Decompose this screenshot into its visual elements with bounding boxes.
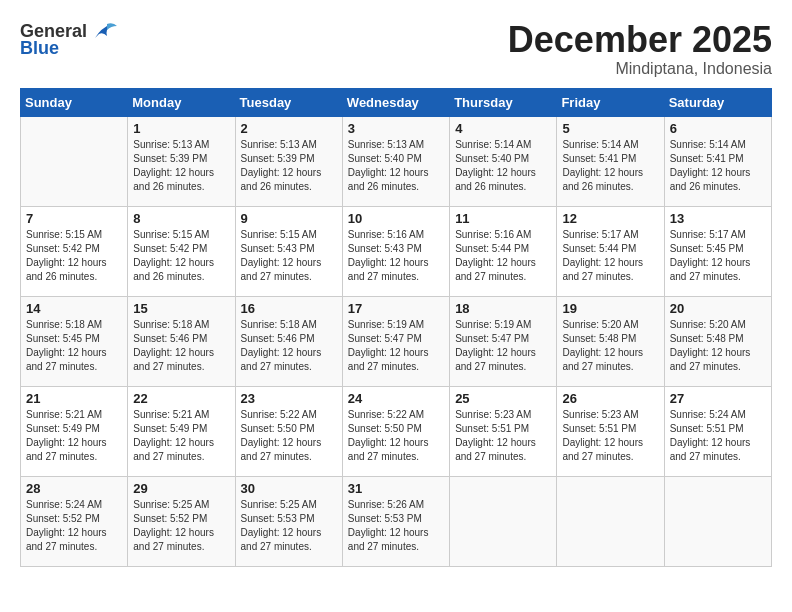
calendar-cell: 23Sunrise: 5:22 AM Sunset: 5:50 PM Dayli…: [235, 386, 342, 476]
day-info: Sunrise: 5:19 AM Sunset: 5:47 PM Dayligh…: [348, 318, 444, 374]
calendar-cell: 17Sunrise: 5:19 AM Sunset: 5:47 PM Dayli…: [342, 296, 449, 386]
day-number: 25: [455, 391, 551, 406]
calendar-day-header: Saturday: [664, 88, 771, 116]
day-info: Sunrise: 5:16 AM Sunset: 5:44 PM Dayligh…: [455, 228, 551, 284]
calendar-cell: 8Sunrise: 5:15 AM Sunset: 5:42 PM Daylig…: [128, 206, 235, 296]
day-number: 4: [455, 121, 551, 136]
day-info: Sunrise: 5:18 AM Sunset: 5:46 PM Dayligh…: [133, 318, 229, 374]
calendar-week-row: 7Sunrise: 5:15 AM Sunset: 5:42 PM Daylig…: [21, 206, 772, 296]
day-number: 30: [241, 481, 337, 496]
page-header: General Blue December 2025 Mindiptana, I…: [20, 20, 772, 78]
calendar-cell: 19Sunrise: 5:20 AM Sunset: 5:48 PM Dayli…: [557, 296, 664, 386]
day-number: 3: [348, 121, 444, 136]
calendar-day-header: Friday: [557, 88, 664, 116]
calendar-cell: 15Sunrise: 5:18 AM Sunset: 5:46 PM Dayli…: [128, 296, 235, 386]
calendar-cell: 22Sunrise: 5:21 AM Sunset: 5:49 PM Dayli…: [128, 386, 235, 476]
day-info: Sunrise: 5:24 AM Sunset: 5:51 PM Dayligh…: [670, 408, 766, 464]
day-number: 23: [241, 391, 337, 406]
day-number: 12: [562, 211, 658, 226]
day-number: 29: [133, 481, 229, 496]
day-number: 2: [241, 121, 337, 136]
logo-bird-icon: [91, 20, 119, 42]
day-info: Sunrise: 5:14 AM Sunset: 5:41 PM Dayligh…: [562, 138, 658, 194]
day-info: Sunrise: 5:15 AM Sunset: 5:42 PM Dayligh…: [133, 228, 229, 284]
day-info: Sunrise: 5:17 AM Sunset: 5:45 PM Dayligh…: [670, 228, 766, 284]
calendar-day-header: Tuesday: [235, 88, 342, 116]
calendar-cell: 4Sunrise: 5:14 AM Sunset: 5:40 PM Daylig…: [450, 116, 557, 206]
day-info: Sunrise: 5:13 AM Sunset: 5:40 PM Dayligh…: [348, 138, 444, 194]
day-info: Sunrise: 5:23 AM Sunset: 5:51 PM Dayligh…: [455, 408, 551, 464]
month-title: December 2025: [508, 20, 772, 60]
calendar-cell: 21Sunrise: 5:21 AM Sunset: 5:49 PM Dayli…: [21, 386, 128, 476]
day-info: Sunrise: 5:18 AM Sunset: 5:46 PM Dayligh…: [241, 318, 337, 374]
day-info: Sunrise: 5:22 AM Sunset: 5:50 PM Dayligh…: [348, 408, 444, 464]
day-number: 8: [133, 211, 229, 226]
logo-blue-text: Blue: [20, 38, 59, 59]
calendar-cell: 3Sunrise: 5:13 AM Sunset: 5:40 PM Daylig…: [342, 116, 449, 206]
day-info: Sunrise: 5:23 AM Sunset: 5:51 PM Dayligh…: [562, 408, 658, 464]
day-number: 16: [241, 301, 337, 316]
day-number: 18: [455, 301, 551, 316]
day-info: Sunrise: 5:25 AM Sunset: 5:52 PM Dayligh…: [133, 498, 229, 554]
calendar-cell: 1Sunrise: 5:13 AM Sunset: 5:39 PM Daylig…: [128, 116, 235, 206]
day-info: Sunrise: 5:24 AM Sunset: 5:52 PM Dayligh…: [26, 498, 122, 554]
calendar-week-row: 21Sunrise: 5:21 AM Sunset: 5:49 PM Dayli…: [21, 386, 772, 476]
calendar-cell: 27Sunrise: 5:24 AM Sunset: 5:51 PM Dayli…: [664, 386, 771, 476]
day-info: Sunrise: 5:22 AM Sunset: 5:50 PM Dayligh…: [241, 408, 337, 464]
calendar-cell: 11Sunrise: 5:16 AM Sunset: 5:44 PM Dayli…: [450, 206, 557, 296]
day-info: Sunrise: 5:18 AM Sunset: 5:45 PM Dayligh…: [26, 318, 122, 374]
calendar-week-row: 1Sunrise: 5:13 AM Sunset: 5:39 PM Daylig…: [21, 116, 772, 206]
calendar-cell: 31Sunrise: 5:26 AM Sunset: 5:53 PM Dayli…: [342, 476, 449, 566]
day-number: 6: [670, 121, 766, 136]
title-block: December 2025 Mindiptana, Indonesia: [508, 20, 772, 78]
calendar-cell: 16Sunrise: 5:18 AM Sunset: 5:46 PM Dayli…: [235, 296, 342, 386]
day-number: 1: [133, 121, 229, 136]
calendar-day-header: Monday: [128, 88, 235, 116]
day-info: Sunrise: 5:19 AM Sunset: 5:47 PM Dayligh…: [455, 318, 551, 374]
calendar-cell: 30Sunrise: 5:25 AM Sunset: 5:53 PM Dayli…: [235, 476, 342, 566]
day-number: 17: [348, 301, 444, 316]
day-number: 14: [26, 301, 122, 316]
day-number: 21: [26, 391, 122, 406]
calendar-cell: 6Sunrise: 5:14 AM Sunset: 5:41 PM Daylig…: [664, 116, 771, 206]
day-number: 20: [670, 301, 766, 316]
calendar-cell: 13Sunrise: 5:17 AM Sunset: 5:45 PM Dayli…: [664, 206, 771, 296]
calendar-header-row: SundayMondayTuesdayWednesdayThursdayFrid…: [21, 88, 772, 116]
day-info: Sunrise: 5:13 AM Sunset: 5:39 PM Dayligh…: [133, 138, 229, 194]
day-info: Sunrise: 5:16 AM Sunset: 5:43 PM Dayligh…: [348, 228, 444, 284]
calendar-cell: 9Sunrise: 5:15 AM Sunset: 5:43 PM Daylig…: [235, 206, 342, 296]
calendar-cell: 20Sunrise: 5:20 AM Sunset: 5:48 PM Dayli…: [664, 296, 771, 386]
calendar-cell: 18Sunrise: 5:19 AM Sunset: 5:47 PM Dayli…: [450, 296, 557, 386]
calendar-cell: 12Sunrise: 5:17 AM Sunset: 5:44 PM Dayli…: [557, 206, 664, 296]
calendar-cell: 14Sunrise: 5:18 AM Sunset: 5:45 PM Dayli…: [21, 296, 128, 386]
day-info: Sunrise: 5:20 AM Sunset: 5:48 PM Dayligh…: [562, 318, 658, 374]
calendar-day-header: Wednesday: [342, 88, 449, 116]
day-number: 5: [562, 121, 658, 136]
calendar-cell: 28Sunrise: 5:24 AM Sunset: 5:52 PM Dayli…: [21, 476, 128, 566]
day-info: Sunrise: 5:17 AM Sunset: 5:44 PM Dayligh…: [562, 228, 658, 284]
calendar-day-header: Thursday: [450, 88, 557, 116]
day-number: 28: [26, 481, 122, 496]
day-info: Sunrise: 5:14 AM Sunset: 5:41 PM Dayligh…: [670, 138, 766, 194]
day-number: 27: [670, 391, 766, 406]
day-info: Sunrise: 5:15 AM Sunset: 5:42 PM Dayligh…: [26, 228, 122, 284]
calendar-cell: 10Sunrise: 5:16 AM Sunset: 5:43 PM Dayli…: [342, 206, 449, 296]
day-info: Sunrise: 5:26 AM Sunset: 5:53 PM Dayligh…: [348, 498, 444, 554]
day-number: 15: [133, 301, 229, 316]
day-info: Sunrise: 5:13 AM Sunset: 5:39 PM Dayligh…: [241, 138, 337, 194]
day-number: 24: [348, 391, 444, 406]
day-number: 26: [562, 391, 658, 406]
calendar-cell: [664, 476, 771, 566]
location-subtitle: Mindiptana, Indonesia: [508, 60, 772, 78]
day-info: Sunrise: 5:21 AM Sunset: 5:49 PM Dayligh…: [26, 408, 122, 464]
day-info: Sunrise: 5:15 AM Sunset: 5:43 PM Dayligh…: [241, 228, 337, 284]
calendar-week-row: 14Sunrise: 5:18 AM Sunset: 5:45 PM Dayli…: [21, 296, 772, 386]
calendar-cell: 25Sunrise: 5:23 AM Sunset: 5:51 PM Dayli…: [450, 386, 557, 476]
day-number: 10: [348, 211, 444, 226]
day-number: 11: [455, 211, 551, 226]
day-number: 9: [241, 211, 337, 226]
calendar-day-header: Sunday: [21, 88, 128, 116]
calendar-cell: [450, 476, 557, 566]
calendar-table: SundayMondayTuesdayWednesdayThursdayFrid…: [20, 88, 772, 567]
day-info: Sunrise: 5:25 AM Sunset: 5:53 PM Dayligh…: [241, 498, 337, 554]
